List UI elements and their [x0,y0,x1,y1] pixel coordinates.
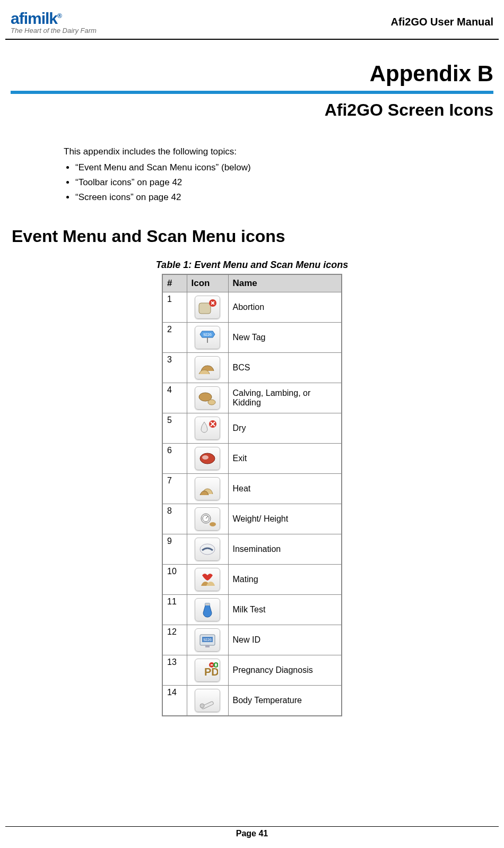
col-header-icon: Icon [187,274,228,292]
registered-mark: ® [57,12,62,20]
svg-rect-12 [205,603,210,605]
row-icon-cell [187,292,228,323]
row-number: 13 [162,655,187,686]
svg-point-24 [200,704,204,708]
row-icon-cell [187,565,228,595]
milk-test-icon [195,598,220,621]
row-number: 11 [162,595,187,625]
body-temperature-icon [195,689,220,712]
topic-item: “Screen icons” on page 42 [75,192,499,203]
col-header-name: Name [228,274,342,292]
brand-logo: afimilk® The Heart of the Dairy Farm [11,10,97,34]
row-icon-cell [187,504,228,534]
row-name: Pregnancy Diagnosis [228,655,342,686]
brand-tagline: The Heart of the Dairy Farm [11,27,97,34]
table-row: 14Body Temperature [162,686,342,716]
intro-block: This appendix includes the following top… [64,146,499,203]
svg-point-10 [210,522,216,526]
new-tag-icon: 9226 [195,326,220,349]
topic-list: “Event Menu and Scan Menu icons” (below)… [75,162,499,203]
brand-wordmark: afimilk® [11,10,97,28]
row-number: 4 [162,383,187,413]
svg-rect-22 [215,663,216,667]
row-name: Calving, Lambing, or Kidding [228,383,342,413]
table-row: 4Calving, Lambing, or Kidding [162,383,342,413]
dry-icon [195,417,220,440]
weight-height-icon [195,507,220,531]
row-number: 9 [162,534,187,565]
svg-text:PD: PD [204,666,218,678]
page-number: Page 41 [236,829,268,838]
col-header-num: # [162,274,187,292]
row-name: Milk Test [228,595,342,625]
row-number: 7 [162,474,187,504]
svg-point-7 [202,455,208,460]
row-name: Abortion [228,292,342,323]
topic-item: “Toolbar icons” on page 42 [75,177,499,188]
row-icon-cell [187,474,228,504]
row-icon-cell [187,686,228,716]
page-footer: Page 41 [5,826,499,838]
document-title: Afi2GO User Manual [391,16,493,28]
row-name: New ID [228,625,342,655]
row-name: BCS [228,353,342,383]
row-number: 10 [162,565,187,595]
mating-icon [195,568,220,591]
row-name: Heat [228,474,342,504]
table-row: 7Heat [162,474,342,504]
svg-rect-16 [205,645,210,647]
table-row: 9Insemination [162,534,342,565]
appendix-heading: Appendix B [5,61,493,86]
row-icon-cell [187,353,228,383]
row-name: Body Temperature [228,686,342,716]
row-icon-cell: 9226 [187,625,228,655]
heat-icon [195,477,220,500]
section-heading: Event Menu and Scan Menu icons [12,227,499,246]
exit-icon [195,447,220,470]
row-icon-cell [187,595,228,625]
row-number: 3 [162,353,187,383]
pregnancy-diagnosis-icon: PD [195,659,220,682]
row-number: 12 [162,625,187,655]
table-caption: Table 1: Event Menu and Scan Menu icons [5,259,499,271]
row-icon-cell: PD [187,655,228,686]
row-icon-cell: 9226 [187,323,228,353]
svg-text:9226: 9226 [203,333,212,336]
topic-item: “Event Menu and Scan Menu icons” (below) [75,162,499,173]
row-number: 2 [162,323,187,353]
row-name: Dry [228,413,342,444]
heading-rule [11,91,493,94]
insemination-icon [195,538,220,561]
table-row: 1Abortion [162,292,342,323]
row-name: Weight/ Height [228,504,342,534]
svg-rect-0 [199,303,211,314]
row-number: 5 [162,413,187,444]
new-id-icon: 9226 [195,628,220,652]
row-name: New Tag [228,323,342,353]
table-row: 11Milk Test [162,595,342,625]
row-icon-cell [187,534,228,565]
bcs-icon [195,356,220,379]
table-row: 3BCS [162,353,342,383]
table-row: 5Dry [162,413,342,444]
table-row: 8Weight/ Height [162,504,342,534]
table-row: 129226New ID [162,625,342,655]
calving-icon [195,386,220,410]
page-body: Appendix B Afi2GO Screen Icons This appe… [0,40,504,716]
icon-table: # Icon Name 1Abortion29226New Tag3BCS4Ca… [162,274,342,716]
table-header-row: # Icon Name [162,274,342,292]
row-number: 1 [162,292,187,323]
row-icon-cell [187,383,228,413]
row-name: Insemination [228,534,342,565]
svg-text:9226: 9226 [203,638,212,642]
row-name: Exit [228,444,342,474]
intro-text: This appendix includes the following top… [64,146,499,157]
row-number: 14 [162,686,187,716]
appendix-subtitle: Afi2GO Screen Icons [5,100,493,120]
svg-rect-19 [211,664,213,665]
table-row: 6Exit [162,444,342,474]
page-header: afimilk® The Heart of the Dairy Farm Afi… [5,0,499,40]
table-row: 13PDPregnancy Diagnosis [162,655,342,686]
row-number: 8 [162,504,187,534]
abortion-icon [195,296,220,319]
